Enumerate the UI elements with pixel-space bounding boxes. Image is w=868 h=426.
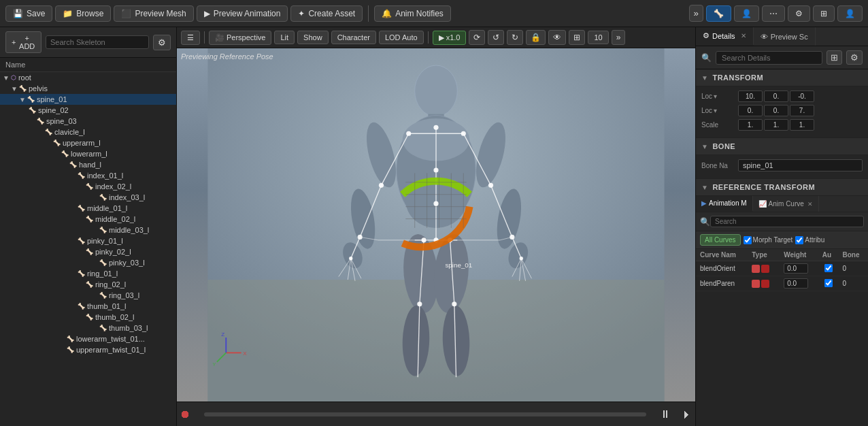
ref-transform-section-header[interactable]: ▼ REFERENCE TRANSFORM	[696, 179, 868, 196]
character-mode-button[interactable]: 👤	[734, 5, 759, 22]
tree-item-lowerarm_twist_01[interactable]: 🦴lowerarm_twist_01...	[0, 333, 176, 344]
tree-arrow-root[interactable]: ▼	[3, 74, 10, 82]
bone-name-input[interactable]	[738, 159, 863, 171]
curve-au-checkbox-0[interactable]	[824, 264, 833, 272]
vp-control-5[interactable]: 👁	[548, 30, 566, 45]
curve-weight-0[interactable]	[780, 261, 818, 276]
layout-button[interactable]: ⊞	[813, 5, 835, 22]
tree-item-middle_03_l[interactable]: 🦴middle_03_l	[0, 225, 176, 235]
attrib-checkbox[interactable]	[795, 236, 803, 244]
lit-button[interactable]: Lit	[274, 31, 295, 44]
play-button[interactable]: ▶ x1.0	[433, 31, 467, 45]
tree-item-index_02_l[interactable]: 🦴index_02_l	[0, 181, 176, 192]
lod-number-button[interactable]: 10	[588, 31, 608, 44]
tree-item-root[interactable]: ▼⬡root	[0, 72, 176, 83]
skeleton-search-input[interactable]	[46, 35, 149, 49]
add-bone-button[interactable]: + + ADD	[5, 31, 41, 53]
tree-item-thumb_03_l[interactable]: 🦴thumb_03_l	[0, 323, 176, 333]
preview-mesh-button[interactable]: ⬛ Preview Mesh	[114, 5, 193, 22]
record-button[interactable]: ⏺	[177, 406, 193, 423]
save-button[interactable]: 💾 Save	[5, 5, 52, 22]
curve-au-checkbox-1[interactable]	[824, 279, 833, 287]
tree-item-hand_l[interactable]: 🦴hand_l	[0, 159, 176, 170]
tree-item-upperarm_twist_01[interactable]: 🦴upperarm_twist_01_l	[0, 344, 176, 355]
more-options-button[interactable]: ⋯	[762, 5, 785, 22]
columns-button[interactable]: ⊞	[827, 50, 842, 65]
attrib-filter[interactable]: Attribu	[795, 236, 824, 244]
vp-control-4[interactable]: 🔒	[526, 30, 546, 45]
anim-notifies-button[interactable]: 🔔 Anim Notifies	[374, 5, 451, 22]
tree-item-index_03_l[interactable]: 🦴index_03_l	[0, 192, 176, 203]
curve-au-1[interactable]	[818, 276, 839, 291]
tree-item-lowerarm_l[interactable]: 🦴lowerarm_l	[0, 148, 176, 159]
ref-tab-animation[interactable]: ▶ Animation M	[696, 196, 753, 212]
tree-item-spine_01[interactable]: ▼🦴spine_01	[0, 94, 176, 105]
tree-item-spine_03[interactable]: 🦴spine_03	[0, 116, 176, 127]
curve-weight-input-0[interactable]	[784, 263, 808, 274]
tab-preview-sc[interactable]: 👁 Preview Sc	[754, 27, 816, 46]
settings-button[interactable]: ⚙	[788, 5, 810, 22]
tree-item-middle_02_l[interactable]: 🦴middle_02_l	[0, 214, 176, 225]
vp-control-1[interactable]: ⟳	[469, 30, 485, 45]
browse-button[interactable]: 📁 Browse	[55, 5, 111, 22]
vp-more-button[interactable]: »	[612, 30, 626, 45]
hamburger-button[interactable]: ☰	[181, 31, 200, 45]
skeleton-mode-button[interactable]: 🦴	[706, 5, 731, 22]
vp-control-3[interactable]: ↻	[507, 30, 523, 45]
loc-y-1[interactable]	[764, 91, 788, 102]
character-button[interactable]: Character	[331, 31, 376, 44]
curve-weight-1[interactable]	[780, 276, 818, 291]
scale-y[interactable]	[764, 119, 788, 131]
curve-search-input[interactable]	[710, 216, 864, 227]
pause-button[interactable]: ⏸	[657, 406, 673, 423]
preview-animation-button[interactable]: ▶ Preview Animation	[197, 5, 288, 22]
vp-control-2[interactable]: ↺	[488, 30, 504, 45]
loc-y-2[interactable]	[764, 105, 788, 116]
filter-button[interactable]: ⚙	[846, 50, 863, 65]
filter-all-curves-button[interactable]: All Curves	[700, 234, 741, 246]
tree-item-thumb_02_l[interactable]: 🦴thumb_02_l	[0, 312, 176, 323]
scale-x[interactable]	[738, 119, 763, 131]
tree-item-thumb_01_l[interactable]: 🦴thumb_01_l	[0, 301, 176, 312]
playback-timeline[interactable]	[204, 412, 646, 416]
vp-control-6[interactable]: ⊞	[569, 30, 585, 45]
scale-z[interactable]	[790, 119, 814, 131]
tree-item-index_01_l[interactable]: 🦴index_01_l	[0, 170, 176, 181]
tree-item-middle_01_l[interactable]: 🦴middle_01_l	[0, 203, 176, 214]
tree-item-upperarm_l[interactable]: 🦴upperarm_l	[0, 137, 176, 148]
tree-item-pinky_02_l[interactable]: 🦴pinky_02_l	[0, 246, 176, 257]
curve-row-1[interactable]: blendParen0	[696, 276, 868, 291]
create-asset-button[interactable]: ✦ Create Asset	[290, 5, 363, 22]
loc-z-2[interactable]	[790, 105, 814, 116]
transform-section-header[interactable]: ▼ TRANSFORM	[696, 69, 868, 86]
curve-au-0[interactable]	[818, 261, 839, 276]
skeleton-tree[interactable]: ▼⬡root▼🦴pelvis▼🦴spine_01🦴spine_02🦴spine_…	[0, 72, 176, 426]
morph-checkbox[interactable]	[744, 236, 752, 244]
tree-item-pelvis[interactable]: ▼🦴pelvis	[0, 83, 176, 94]
tree-arrow-pelvis[interactable]: ▼	[11, 85, 18, 93]
ref-tab-close[interactable]: ✕	[807, 201, 813, 208]
show-button[interactable]: Show	[297, 31, 329, 44]
tree-item-clavicle_l[interactable]: 🦴clavicle_l	[0, 127, 176, 137]
morph-target-filter[interactable]: Morph Target	[744, 236, 793, 244]
forward-button[interactable]: ⏵	[679, 406, 695, 423]
tree-item-spine_02[interactable]: 🦴spine_02	[0, 105, 176, 116]
curve-weight-input-1[interactable]	[784, 278, 808, 289]
skeleton-settings-button[interactable]: ⚙	[153, 35, 171, 50]
details-tab-close[interactable]: ✕	[741, 32, 746, 39]
perspective-button[interactable]: 🎥 Perspective	[209, 31, 271, 45]
details-search-input[interactable]	[716, 51, 822, 65]
viewport-content[interactable]: spine_01 X Z Y Previewing Reference Pose	[177, 48, 695, 402]
tree-item-ring_01_l[interactable]: 🦴ring_01_l	[0, 268, 176, 279]
tree-item-pinky_03_l[interactable]: 🦴pinky_03_l	[0, 257, 176, 268]
tab-details[interactable]: ⚙ Details ✕	[696, 27, 754, 46]
tree-item-ring_02_l[interactable]: 🦴ring_02_l	[0, 279, 176, 290]
ref-tab-curve[interactable]: 📈 Anim Curve ✕	[753, 196, 819, 212]
loc-x-2[interactable]	[738, 105, 763, 116]
bone-section-header[interactable]: ▼ BONE	[696, 138, 868, 155]
tree-item-ring_03_l[interactable]: 🦴ring_03_l	[0, 290, 176, 301]
toolbar-overflow-button[interactable]: »	[689, 5, 703, 22]
loc-x-1[interactable]	[738, 91, 763, 102]
user-button[interactable]: 👤	[837, 5, 863, 22]
tree-item-pinky_01_l[interactable]: 🦴pinky_01_l	[0, 235, 176, 246]
